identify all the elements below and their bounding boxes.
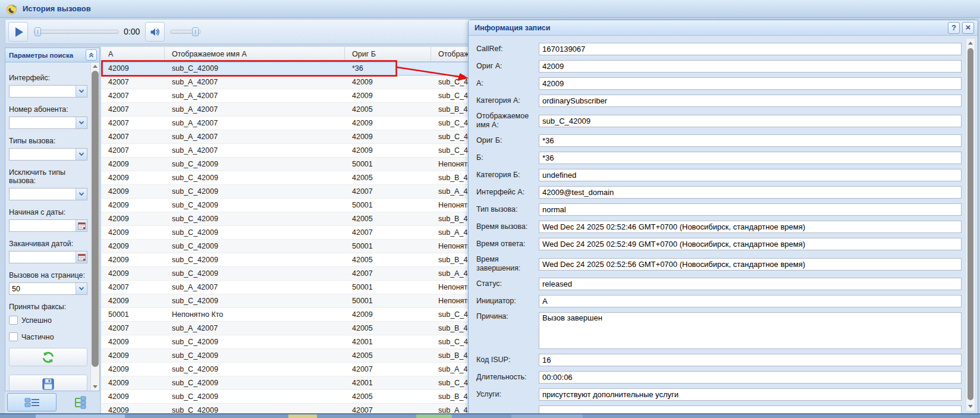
detail-field-input[interactable] [539, 354, 962, 366]
calendar-icon [78, 253, 86, 261]
play-button[interactable] [8, 22, 28, 42]
date-field [9, 251, 87, 263]
detail-field-label: Б: [476, 153, 533, 162]
table-cell: 42009 [101, 253, 165, 266]
detail-field-input[interactable] [539, 258, 962, 271]
success-checkbox-label: Успешно [21, 316, 52, 325]
column-header[interactable]: А [101, 47, 165, 61]
detail-field-input[interactable] [539, 169, 962, 181]
field-input[interactable] [11, 189, 77, 199]
detail-field-input[interactable] [539, 278, 962, 290]
close-button[interactable]: × [962, 22, 974, 34]
scroll-up-icon[interactable] [968, 42, 973, 45]
detail-field-input[interactable] [539, 60, 962, 73]
table-cell: sub_C_42009 [165, 363, 345, 376]
table-cell: 42007 [101, 322, 165, 335]
detail-field-input[interactable] [539, 238, 962, 250]
table-cell: sub_A_42007 [165, 322, 345, 335]
scroll-down-icon[interactable] [93, 385, 98, 388]
table-cell: sub_C_42009 [165, 267, 345, 280]
detail-field-label: Время вызова: [476, 222, 533, 231]
table-cell: 42007 [101, 117, 165, 130]
table-cell: 42007 [101, 144, 165, 157]
detail-field-label: Интерфейс А: [476, 188, 533, 197]
detail-field-input[interactable] [539, 203, 962, 216]
detail-scrollbar[interactable] [966, 38, 975, 411]
detail-field-input[interactable] [539, 388, 962, 401]
volume-slider-thumb[interactable] [192, 27, 199, 36]
dropdown-trigger-button[interactable] [76, 86, 87, 97]
table-cell: sub_C_42009 [165, 212, 345, 225]
detail-field-label: Ориг Б: [476, 136, 533, 145]
detail-field-input[interactable] [539, 115, 962, 127]
detail-field-row [476, 406, 962, 414]
table-cell: sub_A_42007 [165, 117, 345, 130]
dropdown-trigger-button[interactable] [76, 149, 87, 160]
table-cell: 42007 [345, 363, 431, 376]
table-cell: 42009 [345, 130, 431, 143]
detail-field-input[interactable] [539, 77, 962, 90]
detail-field-row: Время ответа: [476, 238, 962, 250]
detail-field-input[interactable] [539, 371, 962, 384]
detail-field-input[interactable] [539, 43, 962, 55]
volume-slider[interactable] [170, 28, 201, 37]
table-cell: sub_C_42009 [165, 226, 345, 239]
detail-field-label: CallRef: [476, 45, 533, 54]
detail-field-input[interactable] [539, 221, 962, 233]
partial-checkbox[interactable] [9, 332, 18, 341]
sidebar-scrollbar[interactable] [90, 62, 99, 391]
seek-slider-rail [33, 30, 119, 34]
seek-slider[interactable] [33, 28, 119, 37]
field-input[interactable] [11, 118, 77, 128]
table-cell: 42009 [101, 226, 165, 239]
tree-view-button[interactable] [69, 393, 90, 411]
detail-scrollbar-thumb[interactable] [968, 48, 973, 400]
detail-field-label: А: [476, 79, 533, 88]
column-header[interactable]: Отображаемое имя А [165, 47, 345, 61]
detail-field-row: Статус: [476, 278, 962, 290]
volume-button[interactable] [145, 22, 165, 42]
record-info-form: CallRef:Ориг А:А:Категория А:Отображаемо… [469, 36, 962, 414]
detail-field-input[interactable] [539, 312, 962, 349]
dropdown-trigger-button[interactable] [76, 188, 87, 200]
help-button[interactable]: ? [948, 22, 960, 34]
save-button[interactable] [9, 375, 87, 391]
scroll-up-icon[interactable] [93, 65, 98, 68]
table-cell: sub_A_42007 [165, 76, 345, 89]
refresh-button[interactable] [9, 348, 87, 366]
detail-field-label: Статус: [476, 279, 533, 288]
detail-field-label: Отображаемое имя А: [476, 112, 533, 130]
record-info-header[interactable]: Информация записи ? × [469, 20, 978, 36]
sidebar-scrollbar-thumb[interactable] [92, 71, 99, 367]
column-header[interactable]: Ориг Б [345, 47, 431, 61]
calendar-trigger-button[interactable] [76, 220, 87, 231]
table-cell: sub_C_42009 [165, 158, 345, 171]
field-input[interactable] [11, 252, 77, 262]
dropdown-trigger-button[interactable] [76, 117, 87, 128]
field-input[interactable] [11, 221, 77, 231]
success-checkbox[interactable] [9, 316, 18, 325]
table-cell: 42001 [345, 335, 431, 348]
combo-field [9, 148, 87, 161]
detail-field-input[interactable] [539, 152, 962, 164]
dropdown-trigger-button[interactable] [76, 283, 87, 294]
table-cell: sub_A_42007 [165, 130, 345, 143]
table-cell: 42009 [101, 212, 165, 225]
field-input[interactable] [11, 86, 77, 96]
calendar-trigger-button[interactable] [76, 252, 87, 263]
detail-field-input[interactable] [539, 134, 962, 147]
detail-field-input[interactable] [539, 95, 962, 107]
collapse-panel-button[interactable] [86, 49, 97, 61]
field-input[interactable] [11, 149, 77, 159]
detail-field-row: Отображаемое имя А: [476, 112, 962, 130]
scroll-down-icon[interactable] [968, 405, 973, 408]
field-input[interactable] [11, 284, 77, 294]
detail-field-input[interactable] [539, 186, 962, 199]
search-panel: Параметры поиска Интерфейс:Номер абонент… [5, 48, 100, 391]
seek-slider-thumb[interactable] [34, 27, 41, 36]
detail-field-input[interactable] [539, 295, 962, 307]
detail-field-label: Время ответа: [476, 240, 533, 249]
detail-field-input[interactable] [539, 406, 962, 414]
list-view-icon [24, 397, 40, 408]
list-view-button[interactable] [7, 393, 56, 411]
